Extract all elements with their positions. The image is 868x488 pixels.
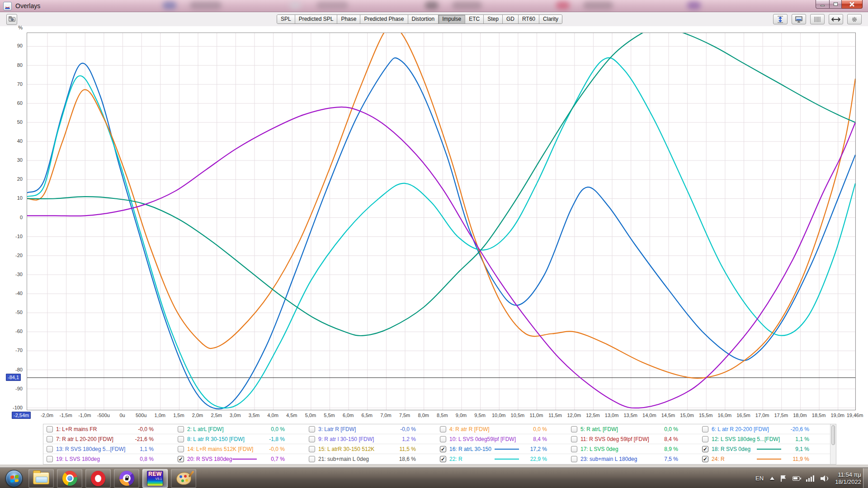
legend-checkbox-20[interactable]: ✓ [178, 456, 184, 462]
legend-scrollbar[interactable] [830, 424, 836, 464]
taskbar-item-paint[interactable] [171, 469, 196, 488]
fit-vertical-button[interactable] [773, 14, 788, 24]
tab-step[interactable]: Step [484, 15, 503, 23]
legend-entry-13[interactable]: 13: R SVS 180deg 5...[FDW]1,1 % [43, 444, 175, 454]
legend-grid: 1: L+R mains FR-0,0 %2: L atrL [FDW]0,0 … [43, 424, 830, 464]
legend-checkbox-1[interactable] [47, 426, 53, 432]
legend-entry-11[interactable]: 11: R SVS 0deg 59lpf [FDW]8,4 % [568, 434, 699, 444]
legend-checkbox-15[interactable] [309, 446, 315, 452]
legend-checkbox-24[interactable]: ✓ [702, 456, 708, 462]
tab-impulse[interactable]: Impulse [439, 15, 465, 23]
legend-entry-8[interactable]: 8: L atr R 30-150 [FDW]-1,8 % [175, 434, 306, 444]
action-center-flag-icon[interactable] [781, 475, 786, 482]
tab-gd[interactable]: GD [503, 15, 519, 23]
legend-checkbox-18[interactable]: ✓ [702, 446, 708, 452]
y-tick-label: -10 [3, 234, 23, 239]
taskbar-item-rew[interactable]: REW V5.1 [142, 469, 168, 488]
legend-entry-1[interactable]: 1: L+R mains FR-0,0 % [43, 424, 175, 434]
hidden-icons-arrow-icon[interactable] [770, 477, 774, 480]
legend-checkbox-21[interactable] [309, 456, 315, 462]
minimize-button[interactable] [816, 0, 829, 9]
legend-checkbox-8[interactable] [178, 436, 184, 442]
tab-etc[interactable]: ETC [465, 15, 484, 23]
volume-icon[interactable] [821, 475, 829, 482]
legend-entry-14[interactable]: 14: L+R mains 512K [FDW]-0,0 % [175, 444, 306, 454]
titlebar-blur-blob [452, 1, 482, 9]
tab-distortion[interactable]: Distortion [408, 15, 439, 23]
legend-checkbox-7[interactable] [47, 436, 53, 442]
legend-checkbox-9[interactable] [309, 436, 315, 442]
fit-horizontal-button[interactable] [829, 14, 843, 24]
legend-checkbox-3[interactable] [309, 426, 315, 432]
legend-checkbox-22[interactable]: ✓ [440, 456, 446, 462]
legend-entry-24[interactable]: ✓24: R11,9 % [699, 454, 830, 464]
y-tick-label: 30 [3, 157, 23, 163]
legend-entry-17[interactable]: 17: L SVS 0deg8,9 % [568, 444, 699, 454]
legend-checkbox-14[interactable] [178, 446, 184, 452]
maximize-button[interactable] [829, 0, 842, 9]
legend-entry-20[interactable]: ✓20: R SVS 180deg0,7 % [175, 454, 306, 464]
legend-checkbox-2[interactable] [178, 426, 184, 432]
legend-checkbox-19[interactable] [47, 456, 53, 462]
taskbar-item-explorer[interactable] [28, 469, 54, 488]
grid-button[interactable] [810, 14, 825, 24]
tab-spl[interactable]: SPL [277, 15, 295, 23]
tab-phase[interactable]: Phase [337, 15, 360, 23]
legend-entry-5[interactable]: 5: R atrL [FDW]0,0 % [568, 424, 699, 434]
settings-button[interactable] [847, 14, 862, 24]
show-desktop-button[interactable] [863, 468, 868, 488]
legend-checkbox-5[interactable] [571, 426, 577, 432]
rew-icon: REW V5.1 [147, 471, 163, 486]
legend-checkbox-6[interactable] [702, 426, 708, 432]
legend-entry-3[interactable]: 3: Latr R [FDW]-0,0 % [306, 424, 437, 434]
legend-scrollbar-thumb[interactable] [831, 425, 835, 445]
language-indicator[interactable]: EN [755, 475, 764, 482]
close-icon [849, 2, 854, 7]
monitor-button[interactable] [792, 14, 806, 24]
clock[interactable]: 11:54 πμ 18/1/2022 [835, 471, 861, 486]
taskbar-item-opera[interactable] [85, 469, 111, 488]
taskbar-item-chrome[interactable] [57, 469, 82, 488]
legend-entry-6[interactable]: 6: L atr R 20-200 [FDW]-20,6 % [699, 424, 830, 434]
legend-entry-21[interactable]: 21: sub+main L 0deg18,6 % [306, 454, 437, 464]
capture-button[interactable] [6, 14, 17, 25]
legend-value: 1,1 % [795, 436, 809, 442]
legend-entry-2[interactable]: 2: L atrL [FDW]0,0 % [175, 424, 306, 434]
legend-entry-18[interactable]: ✓18: R SVS 0deg9,1 % [699, 444, 830, 454]
tab-predicted-phase[interactable]: Predicted Phase [360, 15, 408, 23]
plot-area[interactable] [27, 33, 856, 410]
legend-entry-23[interactable]: 23: sub+main L 180deg7,5 % [568, 454, 699, 464]
legend-entry-19[interactable]: 19: L SVS 180deg0,8 % [43, 454, 175, 464]
legend-checkbox-13[interactable] [47, 446, 53, 452]
legend-checkbox-23[interactable] [571, 456, 577, 462]
x-tick-label: 17,0m [755, 413, 769, 418]
legend-checkbox-12[interactable] [702, 436, 708, 442]
close-button[interactable] [842, 0, 863, 9]
legend-entry-15[interactable]: 15: L atrR 30-150 512K11,5 % [306, 444, 437, 454]
legend-entry-22[interactable]: ✓22: R22,9 % [437, 454, 568, 464]
legend-entry-4[interactable]: 4: R atr R [FDW]0,0 % [437, 424, 568, 434]
x-tick-label: 3,0m [230, 413, 241, 418]
legend-checkbox-17[interactable] [571, 446, 577, 452]
legend-checkbox-10[interactable] [440, 436, 446, 442]
start-button[interactable] [3, 469, 25, 488]
x-tick-label: 5,0m [305, 413, 316, 418]
legend-entry-12[interactable]: 12: L SVS 180deg 5...[FDW]1,1 % [699, 434, 830, 444]
power-icon[interactable] [793, 476, 800, 481]
legend-checkbox-16[interactable]: ✓ [440, 446, 446, 452]
legend-entry-7[interactable]: 7: R atr L 20-200 [FDW]-21,6 % [43, 434, 175, 444]
y-tick-label: -50 [3, 310, 23, 315]
tab-rt60[interactable]: RT60 [519, 15, 539, 23]
tab-clarity[interactable]: Clarity [539, 15, 562, 23]
legend-checkbox-4[interactable] [440, 426, 446, 432]
legend-entry-16[interactable]: ✓16: R atrL 30-15017,2 % [437, 444, 568, 454]
legend-value: 0,0 % [664, 426, 678, 432]
legend-checkbox-11[interactable] [571, 436, 577, 442]
y-tick-label: 50 [3, 119, 23, 125]
taskbar-item-focus-browser[interactable] [114, 469, 139, 488]
legend-entry-10[interactable]: 10: L SVS 0deg59lpf [FDW]8,4 % [437, 434, 568, 444]
legend-entry-9[interactable]: 9: R atr l 30-150 [FDW]1,2 % [306, 434, 437, 444]
network-signal-icon[interactable] [806, 475, 814, 482]
legend-value: 1,2 % [402, 436, 416, 442]
tab-predicted-spl[interactable]: Predicted SPL [295, 15, 338, 23]
